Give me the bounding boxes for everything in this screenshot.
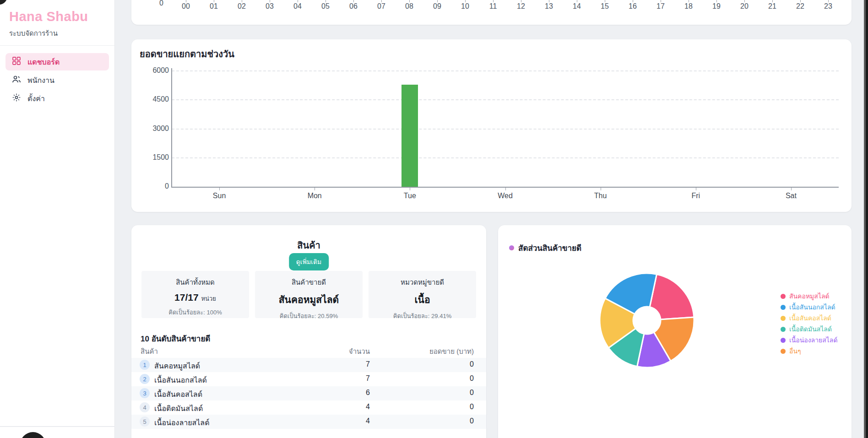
legend-label: เนื้อสันนอกสไลด์ — [789, 302, 835, 312]
sidebar-item-label: พนักงาน — [27, 75, 54, 86]
hour-tick-label: 22 — [790, 2, 810, 11]
hour-tick-label: 06 — [343, 2, 363, 11]
brand-block: Hana Shabu ระบบจัดการร้าน — [0, 0, 114, 45]
legend-label: เนื้อติดมันสไลด์ — [789, 324, 832, 334]
legend-dot-icon — [781, 327, 786, 332]
x-tick-label: Sat — [773, 192, 809, 200]
hour-tick-label: 07 — [371, 2, 391, 11]
top-sellers-table-header: สินค้า จำนวน ยอดขาย (บาท) — [131, 346, 486, 356]
y-tick-label: 3000 — [141, 124, 169, 133]
legend-dot-icon — [781, 305, 786, 310]
hour-tick-label: 16 — [623, 2, 643, 11]
sidebar-footer — [0, 427, 115, 438]
table-row[interactable]: 4 เนื้อติดมันสไลด์ 4 0 — [131, 400, 486, 415]
share-card-header: สัดส่วนสินค้าขายดี — [509, 242, 581, 254]
hour-tick-label: 05 — [315, 2, 336, 11]
stat-note: คิดเป็นร้อยละ: 100% — [141, 308, 249, 317]
x-tick — [696, 188, 696, 190]
sidebar-item-dashboard[interactable]: แดชบอร์ด — [5, 53, 109, 70]
donut-chart — [592, 265, 702, 375]
donut-legend: สันคอหมูสไลด์ เนื้อสันนอกสไลด์ เนื้อสันค… — [781, 291, 837, 357]
products-card: สินค้า ดูเพิ่มเติม สินค้าทั้งหมด 17/17 ห… — [131, 225, 486, 438]
legend-label: สันคอหมูสไลด์ — [789, 291, 830, 301]
legend-label: อื่นๆ — [789, 346, 801, 356]
hourly-sales-card-cutoff: 0 00 01 02 03 04 05 06 07 08 09 10 11 12… — [131, 0, 852, 25]
hour-axis-zero-label: 0 — [136, 0, 163, 7]
gridline — [172, 129, 839, 130]
product-sales: 0 — [470, 403, 474, 411]
gear-icon — [12, 93, 21, 104]
x-tick-label: Mon — [296, 192, 333, 200]
hour-tick-label: 17 — [651, 2, 671, 11]
x-tick-label: Thu — [582, 192, 619, 200]
brand-subtitle: ระบบจัดการร้าน — [9, 28, 105, 39]
product-sales: 0 — [470, 360, 474, 368]
people-icon — [12, 75, 21, 86]
hour-tick-label: 21 — [762, 2, 782, 11]
stat-label: สินค้าขายดี — [255, 277, 363, 288]
rank-badge: 3 — [140, 388, 150, 398]
hour-tick-label: 00 — [176, 2, 196, 11]
gridline — [172, 99, 839, 100]
product-qty: 4 — [366, 417, 370, 425]
legend-item[interactable]: เนื้อติดมันสไลด์ — [781, 324, 837, 335]
product-name: เนื้อสันนอกสไลด์ — [154, 374, 207, 386]
table-row[interactable]: 5 เนื้อน่องลายสไลด์ 4 0 — [131, 415, 486, 429]
legend-dot-icon — [781, 338, 786, 343]
legend-dot-icon — [781, 349, 786, 354]
hour-tick-label: 09 — [427, 2, 447, 11]
legend-label: เนื้อน่องลายสไลด์ — [789, 335, 837, 345]
column-sales: ยอดขาย (บาท) — [429, 346, 474, 357]
sidebar-item-staff[interactable]: พนักงาน — [5, 71, 109, 89]
brand-title: Hana Shabu — [9, 9, 105, 24]
sidebar-menu: แดชบอร์ด พนักงาน ตั้งค่า — [0, 46, 114, 115]
rank-badge: 1 — [140, 360, 150, 370]
legend-dot-icon — [781, 316, 786, 321]
product-name: เนื้อติดมันสไลด์ — [154, 403, 203, 414]
y-axis — [171, 68, 172, 187]
x-tick-label: Fri — [678, 192, 714, 200]
hour-tick-label: 02 — [232, 2, 252, 11]
gridline — [172, 157, 839, 158]
donut-chart-title: สัดส่วนสินค้าขายดี — [518, 242, 581, 254]
table-row[interactable]: 1 สันคอหมูสไลด์ 7 0 — [131, 358, 486, 372]
sidebar-item-label: แดชบอร์ด — [27, 56, 60, 68]
gridline — [172, 70, 839, 71]
stat-best-category: หมวดหมู่ขายดี เนื้อ คิดเป็นร้อยละ: 29.41… — [369, 271, 476, 318]
product-qty: 6 — [366, 389, 370, 397]
stat-value: เนื้อ — [369, 292, 476, 307]
hour-tick-label: 13 — [539, 2, 559, 11]
legend-item[interactable]: เนื้อสันคอสไลด์ — [781, 313, 837, 324]
window-right-edge — [864, 0, 868, 438]
hour-tick-label: 19 — [706, 2, 727, 11]
product-qty: 7 — [366, 360, 370, 368]
see-more-button[interactable]: ดูเพิ่มเติม — [289, 253, 329, 270]
table-row[interactable]: 2 เนื้อสันนอกสไลด์ 7 0 — [131, 372, 486, 386]
bullet-dot-icon — [509, 245, 514, 250]
product-sales: 0 — [470, 417, 474, 425]
product-stats-row: สินค้าทั้งหมด 17/17 หน่วย คิดเป็นร้อยละ:… — [141, 271, 476, 318]
x-tick — [219, 188, 220, 190]
bar-chart-title: ยอดขายแยกตามช่วงวัน — [140, 47, 234, 61]
y-tick-label: 6000 — [141, 66, 169, 75]
sidebar-item-label: ตั้งค่า — [27, 93, 45, 104]
stat-total-products: สินค้าทั้งหมด 17/17 หน่วย คิดเป็นร้อยละ:… — [141, 271, 249, 318]
hour-tick-label: 01 — [204, 2, 224, 11]
legend-item[interactable]: อื่นๆ — [781, 346, 837, 357]
legend-item[interactable]: เนื้อสันนอกสไลด์ — [781, 302, 837, 313]
donut-slice[interactable] — [650, 274, 694, 319]
rank-badge: 5 — [140, 416, 150, 427]
table-row[interactable]: 3 เนื้อสันคอสไลด์ 6 0 — [131, 386, 486, 400]
product-sales: 0 — [470, 389, 474, 397]
stat-label: หมวดหมู่ขายดี — [369, 277, 476, 288]
hour-tick-label: 23 — [818, 2, 838, 11]
product-sales: 0 — [470, 374, 474, 383]
top-sellers-heading: 10 อันดับสินค้าขายดี — [141, 332, 210, 345]
legend-label: เนื้อสันคอสไลด์ — [789, 313, 831, 323]
legend-item[interactable]: สันคอหมูสไลด์ — [781, 291, 837, 302]
rank-badge: 4 — [140, 402, 150, 412]
legend-item[interactable]: เนื้อน่องลายสไลด์ — [781, 335, 837, 346]
bar-tue[interactable] — [401, 85, 418, 187]
stat-value: 17/17 หน่วย — [141, 292, 249, 303]
sidebar-item-settings[interactable]: ตั้งค่า — [5, 90, 109, 107]
